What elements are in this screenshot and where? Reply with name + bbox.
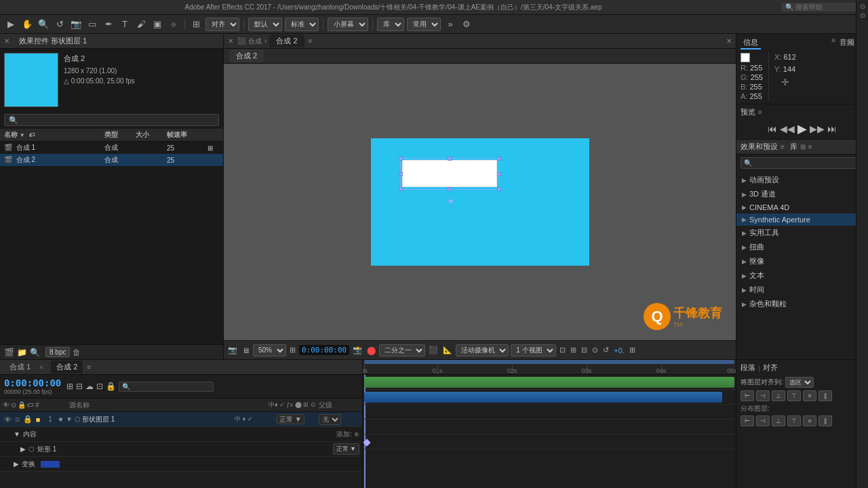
handle-bottom-center[interactable]	[448, 187, 452, 191]
pen-tool[interactable]: ✒	[102, 18, 115, 31]
align-tab-active[interactable]: 对齐	[763, 363, 778, 373]
col-header-fps[interactable]: 帧速率	[163, 129, 203, 142]
handle-mid-right[interactable]	[497, 172, 501, 176]
work-area-bar[interactable]	[364, 360, 734, 364]
comp-safe-icon[interactable]: ⊞	[569, 345, 578, 355]
timeline-close-tab1[interactable]: ✕	[39, 364, 44, 371]
comp-3d-icon[interactable]: 📐	[441, 345, 454, 355]
layer-eye-icon[interactable]: 👁	[3, 415, 12, 424]
layer-row-1[interactable]: 👁 ⊙ 🔒 ■ 1 ★ ▼ ⬡ 形状图层 1 中 ♦ ✓ 正常 ▼ 无	[0, 412, 362, 427]
small-screen-select[interactable]: 小屏幕	[328, 18, 368, 31]
layer-transform-row[interactable]: ▶ 变换	[0, 457, 362, 472]
effect-keying[interactable]: ▶ 抠像	[736, 254, 868, 268]
rotate-tool[interactable]: ↺	[53, 18, 66, 31]
align-to-select[interactable]: 选区	[785, 377, 814, 388]
comp-fullscreen-icon[interactable]: ⊞	[628, 345, 637, 355]
view-count-select[interactable]: 1 个视图	[511, 344, 556, 357]
shape-layer-rect[interactable]	[402, 160, 497, 187]
comp-close-icon[interactable]: ✕	[726, 37, 732, 45]
dist-center-h-btn[interactable]: ⊣	[756, 415, 770, 426]
common-select[interactable]: 常用	[407, 18, 441, 31]
layer-content-row[interactable]: ▼ 内容 添加: ⊕	[0, 427, 362, 442]
comp-monitor-icon[interactable]: 🖥	[241, 346, 251, 355]
preview-next-btn[interactable]: ▶▶	[810, 123, 825, 134]
comp-plus-icon[interactable]: +0.	[612, 346, 626, 355]
zoom-tool[interactable]: 🔍	[37, 18, 50, 31]
top-search[interactable]: 🔍	[781, 3, 863, 12]
track-bar-blue[interactable]	[364, 392, 722, 403]
layer-solo-icon[interactable]: ⊙	[13, 416, 22, 423]
comp-close-btn[interactable]: ✕	[228, 37, 233, 45]
text-tool[interactable]: T	[118, 18, 132, 31]
comp-refresh-icon[interactable]: ↺	[601, 345, 610, 355]
dist-right-btn[interactable]: ⊥	[772, 415, 785, 426]
trash-icon[interactable]: 🗑	[73, 348, 81, 357]
timeline-work-area[interactable]: ⊟	[76, 382, 83, 391]
timeline-draft[interactable]: ☁	[85, 382, 94, 391]
add-content-btn[interactable]: 添加: ⊕	[336, 430, 359, 439]
folder-icon[interactable]: 📁	[17, 348, 27, 357]
table-row[interactable]: 🎬 合成 1 合成 25 ⊞	[0, 142, 223, 155]
comp-viewport[interactable]: ✦ ↖ Q 千锋教育 TM	[224, 64, 736, 340]
preview-prev-btn[interactable]: ◀◀	[780, 123, 795, 134]
timeline-menu[interactable]: ≡	[87, 363, 91, 371]
layer-lock-icon[interactable]: 🔒	[23, 415, 33, 424]
selection-tool[interactable]: ▶	[4, 18, 18, 31]
col-header-name[interactable]: 名称 ▼ 🏷	[0, 129, 100, 142]
paragraph-tab[interactable]: 段落	[741, 363, 755, 373]
layer-expand-btn[interactable]: ▼	[65, 415, 73, 423]
track-bar-green[interactable]	[364, 377, 734, 388]
effects-search-input[interactable]	[741, 157, 864, 169]
effect-noise-grain[interactable]: ▶ 杂色和颗粒	[736, 297, 868, 311]
timeline-tab1[interactable]: 合成 1	[4, 361, 36, 373]
handle-top-right[interactable]	[497, 157, 501, 161]
content-expand[interactable]: ▼	[14, 430, 20, 438]
timeline-current-time[interactable]: 0:00:00:00	[4, 378, 61, 388]
layer-star-icon[interactable]: ★	[58, 415, 64, 423]
zoom-select[interactable]: 50%	[253, 344, 286, 357]
comp-tab-active[interactable]: 合成 2	[269, 35, 304, 47]
effect-synthetic-aperture[interactable]: ▶ Synthetic Aperture	[736, 214, 868, 226]
handle-bottom-left[interactable]	[399, 187, 403, 191]
preview-play-btn[interactable]: ▶	[797, 121, 807, 136]
timeline-tab2[interactable]: 合成 2	[51, 361, 83, 373]
align-center-v-btn[interactable]: ≡	[803, 390, 816, 401]
dist-center-v-btn[interactable]: ≡	[803, 415, 816, 426]
transform-expand[interactable]: ▶	[14, 460, 19, 468]
align-right-btn[interactable]: ⊥	[772, 390, 785, 401]
effect-distort[interactable]: ▶ 扭曲	[736, 240, 868, 254]
effect-3d-channel[interactable]: ▶ 3D 通道	[736, 187, 868, 201]
effect-time[interactable]: ▶ 时间	[736, 283, 868, 297]
keyframe-diamond[interactable]	[363, 439, 370, 446]
standard-select[interactable]: 标准	[285, 18, 319, 31]
search-footage-icon[interactable]: 🔍	[30, 348, 40, 357]
comp-menu-icon[interactable]: ≡	[309, 37, 313, 45]
col-header-size[interactable]: 大小	[132, 129, 163, 142]
preview-menu[interactable]: ≡	[758, 108, 762, 116]
timeline-comp-marker[interactable]: ⊞	[66, 382, 73, 391]
camera-select[interactable]: 活动摄像机	[456, 344, 509, 357]
default-select[interactable]: 默认	[248, 18, 282, 31]
camera-tool[interactable]: 📷	[69, 18, 83, 31]
brush-tool[interactable]: 🖌	[134, 18, 148, 31]
effects-menu[interactable]: ≡	[781, 143, 785, 150]
align-bottom-btn[interactable]: ‖	[818, 390, 832, 401]
dist-bottom-btn[interactable]: ‖	[818, 415, 832, 426]
comp-grid-icon[interactable]: ⊞	[288, 345, 297, 355]
bpc-value[interactable]: 8 bpc	[45, 347, 70, 357]
effects-icon1[interactable]: ⊞	[800, 143, 806, 150]
timeline-search-input[interactable]	[119, 382, 214, 392]
align-left-btn[interactable]: ⊢	[741, 390, 754, 401]
effect-cinema4d[interactable]: ▶ CINEMA 4D	[736, 201, 868, 214]
layer-mode-select[interactable]: 正常 ▼	[277, 414, 304, 424]
audio-tab[interactable]: 音频	[837, 37, 857, 49]
comp-color-wheel[interactable]: ⬤	[366, 345, 377, 356]
snap-tool[interactable]: ⊞	[189, 18, 203, 31]
rect-tool[interactable]: ▭	[85, 18, 99, 31]
info-panel-menu[interactable]: ≡	[831, 37, 835, 49]
effects-icon2[interactable]: ≡	[808, 143, 812, 150]
hand-tool[interactable]: ✋	[20, 18, 34, 31]
library-select[interactable]: 库	[377, 18, 404, 31]
effect-text[interactable]: ▶ 文本	[736, 268, 868, 283]
align-select[interactable]: 对齐	[205, 18, 239, 31]
